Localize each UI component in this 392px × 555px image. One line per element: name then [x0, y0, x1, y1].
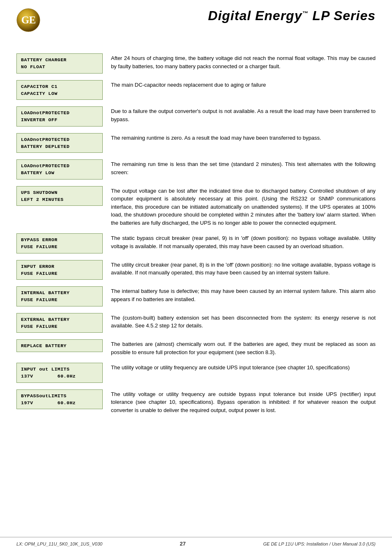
alarm-row-7: INPUT ERRORFUSE FAILURE The utility circ… — [16, 260, 376, 280]
alarm-desc-replace-battery: The batteries are (almost) chemically wo… — [111, 339, 376, 356]
ge-logo-icon: GE — [16, 8, 40, 32]
alarm-desc-external-battery-fuse: The (custom-built) battery extension set… — [111, 313, 376, 330]
footer-page-number: 27 — [180, 541, 186, 547]
alarm-desc-bypass-out-limits: The utility voltage or utility frequency… — [111, 389, 376, 415]
brand-name: Digital Energy — [208, 8, 302, 23]
alarm-desc-battery-charger-no-float: After 24 hours of charging time, the bat… — [111, 53, 376, 70]
alarm-row-10: REPLACE BATTERY The batteries are (almos… — [16, 339, 376, 356]
alarm-box-input-out-limits: INPUT out LIMITS137V 60.0Hz — [16, 363, 103, 383]
alarm-box-battery-depleted: LOADnotPROTECTEDBATTERY DEPLETED — [16, 133, 103, 153]
header-title: Digital Energy™ LP Series — [208, 8, 376, 23]
alarm-desc-bypass-error-fuse: The static bypass circuit breaker (rear … — [111, 233, 376, 250]
alarm-box-replace-battery: REPLACE BATTERY — [16, 339, 103, 352]
alarm-row-6: BYPASS ERRORFUSE FAILURE The static bypa… — [16, 233, 376, 253]
alarm-box-battery-charger-no-float: BATTERY CHARGERNO FLOAT — [16, 53, 103, 74]
alarm-row-11: INPUT out LIMITS137V 60.0Hz The utility … — [16, 363, 376, 383]
alarm-box-bypass-error-fuse: BYPASS ERRORFUSE FAILURE — [16, 233, 103, 253]
alarm-desc-ups-shutdown: The output voltage can be lost after the… — [111, 186, 376, 227]
alarm-box-capacitor-capacity-low: CAPACITOR C1CAPACITY LOW — [16, 80, 103, 100]
logo-container: GE — [16, 8, 45, 37]
alarm-desc-input-error-fuse: The utility circuit breaker (rear panel,… — [111, 260, 376, 277]
alarm-desc-internal-battery-fuse: The internal battery fuse is defective; … — [111, 286, 376, 303]
footer-doc-id: LX: OPM_LPU_11U_5K0_10K_1US_V030 — [16, 541, 102, 546]
alarm-row-2: LOADnotPROTECTEDINVERTER OFF Due to a fa… — [16, 106, 376, 127]
page: GE Digital Energy™ LP Series BATTERY CHA… — [0, 0, 392, 555]
alarm-desc-battery-depleted: The remaining runtime is zero. As a resu… — [111, 133, 376, 142]
alarm-desc-input-out-limits: The utility voltage or utility frequency… — [111, 363, 376, 372]
series-name: LP Series — [308, 8, 376, 23]
trademark: ™ — [302, 10, 308, 16]
footer-manual-title: GE DE LP 11U UPS: Installation / User Ma… — [263, 541, 376, 546]
alarm-row-8: INTERNAL BATTERYFUSE FAILURE The interna… — [16, 286, 376, 306]
alarm-box-ups-shutdown: UPS SHUTDOWNLEFT 2 MINUTES — [16, 186, 103, 206]
content-area: BATTERY CHARGERNO FLOAT After 24 hours o… — [16, 53, 376, 421]
alarm-box-internal-battery-fuse: INTERNAL BATTERYFUSE FAILURE — [16, 286, 103, 306]
alarm-row-5: UPS SHUTDOWNLEFT 2 MINUTES The output vo… — [16, 186, 376, 227]
alarm-box-bypass-out-limits: BYPASSoutLIMITS197V 60.0Hz — [16, 389, 103, 410]
alarm-desc-load-inverter-off: Due to a failure the output converter's … — [111, 106, 376, 123]
alarm-desc-battery-low: The remaining run time is less than the … — [111, 159, 376, 176]
alarm-row-9: EXTERNAL BATTERYFUSE FAILURE The (custom… — [16, 313, 376, 333]
alarm-box-external-battery-fuse: EXTERNAL BATTERYFUSE FAILURE — [16, 313, 103, 333]
alarm-box-load-inverter-off: LOADnotPROTECTEDINVERTER OFF — [16, 106, 103, 127]
footer: LX: OPM_LPU_11U_5K0_10K_1US_V030 27 GE D… — [0, 537, 392, 547]
alarm-row-0: BATTERY CHARGERNO FLOAT After 24 hours o… — [16, 53, 376, 74]
alarm-box-input-error-fuse: INPUT ERRORFUSE FAILURE — [16, 260, 103, 280]
alarm-row-4: LOADnotPROTECTEDBATTERY LOW The remainin… — [16, 159, 376, 180]
alarm-box-battery-low: LOADnotPROTECTEDBATTERY LOW — [16, 159, 103, 180]
alarm-desc-capacitor-capacity-low: The main DC-capacitor needs replacement … — [111, 80, 376, 89]
alarm-row-12: BYPASSoutLIMITS197V 60.0Hz The utility v… — [16, 389, 376, 415]
alarm-row-3: LOADnotPROTECTEDBATTERY DEPLETED The rem… — [16, 133, 376, 153]
header: GE Digital Energy™ LP Series — [16, 8, 376, 41]
alarm-row-1: CAPACITOR C1CAPACITY LOW The main DC-cap… — [16, 80, 376, 100]
svg-text:GE: GE — [21, 14, 36, 25]
